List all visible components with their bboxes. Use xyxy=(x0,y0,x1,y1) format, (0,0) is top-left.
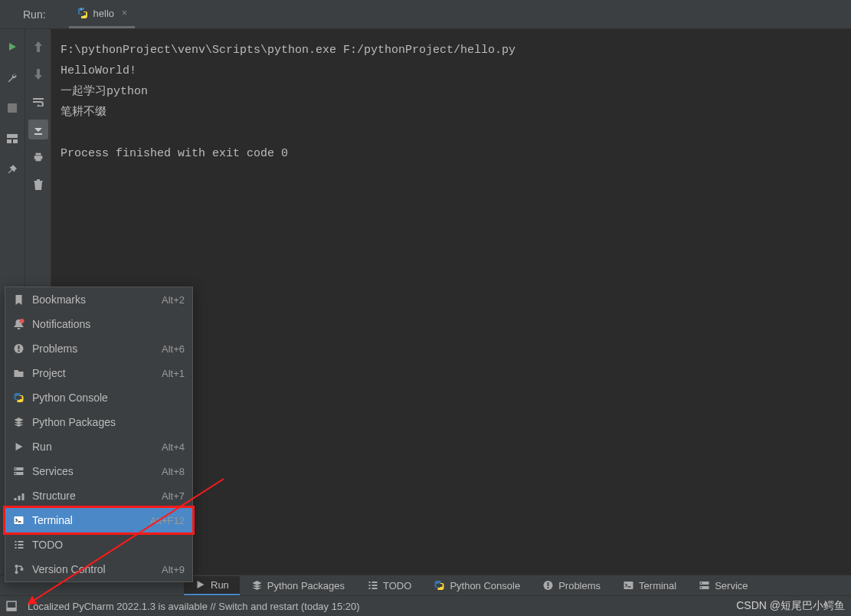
scroll-to-end-button[interactable] xyxy=(28,120,48,139)
popup-item-label: Structure xyxy=(32,490,76,502)
tool-window-todo[interactable]: TODO xyxy=(356,576,422,595)
svg-rect-24 xyxy=(624,582,633,589)
svg-point-20 xyxy=(21,568,24,571)
svg-rect-23 xyxy=(548,587,549,588)
tool-window-popup: BookmarksAlt+2NotificationsProblemsAlt+6… xyxy=(5,287,193,582)
popup-item-shortcut: Alt+6 xyxy=(162,343,185,355)
python-file-icon xyxy=(77,7,89,19)
layout-button[interactable] xyxy=(2,129,22,149)
terminal-icon xyxy=(623,580,634,591)
svg-rect-8 xyxy=(18,346,20,349)
svg-rect-9 xyxy=(18,350,20,352)
popup-item-label: Terminal xyxy=(32,514,73,526)
stack-icon xyxy=(13,417,25,428)
services-icon xyxy=(13,466,25,477)
soft-wrap-button[interactable] xyxy=(28,92,48,112)
popup-item-structure[interactable]: StructureAlt+7 xyxy=(5,483,192,508)
status-message[interactable]: Localized PyCharm 2022.1.3 is available … xyxy=(28,601,360,612)
popup-item-shortcut: Alt+4 xyxy=(162,441,185,453)
popup-item-run[interactable]: RunAlt+4 xyxy=(5,434,192,459)
pin-button[interactable] xyxy=(2,159,22,179)
svg-rect-30 xyxy=(7,608,16,611)
svg-point-19 xyxy=(15,571,18,574)
clear-button[interactable] xyxy=(28,175,48,195)
python-icon xyxy=(434,580,445,591)
svg-point-1 xyxy=(83,16,84,17)
tool-window-service[interactable]: Service xyxy=(688,576,758,595)
wrench-button[interactable] xyxy=(2,67,22,87)
svg-rect-16 xyxy=(22,493,25,500)
popup-item-todo[interactable]: TODO xyxy=(5,532,192,557)
popup-item-label: Python Packages xyxy=(32,416,116,428)
down-arrow-button[interactable] xyxy=(28,64,48,84)
tool-window-label: Python Packages xyxy=(267,580,345,591)
popup-item-shortcut: Alt+9 xyxy=(162,564,185,575)
print-button[interactable] xyxy=(28,147,48,167)
run-tabbar: Run: hello × xyxy=(0,0,851,29)
svg-rect-4 xyxy=(7,139,11,143)
popup-item-label: Bookmarks xyxy=(32,293,86,306)
close-tab-icon[interactable]: × xyxy=(122,8,127,18)
popup-item-services[interactable]: ServicesAlt+8 xyxy=(5,459,192,483)
play-icon xyxy=(195,579,206,590)
popup-item-label: Python Console xyxy=(32,392,108,404)
svg-point-27 xyxy=(701,582,702,584)
run-label: Run: xyxy=(23,8,46,21)
tool-window-label: Run xyxy=(211,579,229,591)
warning-icon xyxy=(542,580,554,591)
popup-item-label: Problems xyxy=(32,342,77,355)
svg-point-28 xyxy=(701,587,702,588)
tool-window-problems[interactable]: Problems xyxy=(532,576,611,595)
run-tab-hello[interactable]: hello × xyxy=(69,1,135,28)
popup-item-label: TODO xyxy=(32,539,63,551)
popup-item-python-console[interactable]: Python Console xyxy=(5,385,192,410)
todo-icon xyxy=(367,580,378,591)
folder-icon xyxy=(13,368,25,378)
rerun-button[interactable] xyxy=(2,37,22,57)
play-icon xyxy=(13,441,25,452)
popup-item-label: Run xyxy=(32,441,52,453)
popup-item-problems[interactable]: ProblemsAlt+6 xyxy=(5,336,192,361)
popup-item-shortcut: Alt+7 xyxy=(162,490,185,502)
popup-item-label: Version Control xyxy=(32,563,106,575)
tool-window-python-packages[interactable]: Python Packages xyxy=(241,576,355,595)
svg-point-12 xyxy=(15,468,17,470)
up-arrow-button[interactable] xyxy=(28,37,48,57)
services-icon xyxy=(699,580,710,591)
popup-item-shortcut: Alt+8 xyxy=(162,466,185,477)
tool-window-terminal[interactable]: Terminal xyxy=(612,576,687,595)
svg-rect-2 xyxy=(8,103,17,113)
svg-point-6 xyxy=(20,319,25,323)
svg-rect-17 xyxy=(15,516,24,524)
popup-item-bookmarks[interactable]: BookmarksAlt+2 xyxy=(5,287,192,312)
popup-item-shortcut: Alt+2 xyxy=(162,294,185,306)
vcs-icon xyxy=(13,564,25,575)
python-icon xyxy=(13,392,25,403)
popup-item-notifications[interactable]: Notifications xyxy=(5,312,192,336)
stop-button[interactable] xyxy=(2,98,22,118)
bookmark-icon xyxy=(13,294,25,305)
svg-rect-14 xyxy=(15,498,17,500)
popup-item-version-control[interactable]: Version ControlAlt+9 xyxy=(5,557,192,582)
tool-window-python-console[interactable]: Python Console xyxy=(423,576,531,595)
bell-icon xyxy=(13,319,25,329)
statusbar-tool-icon[interactable] xyxy=(6,601,17,611)
tool-window-label: Service xyxy=(715,580,748,591)
terminal-icon xyxy=(13,515,25,526)
popup-item-terminal[interactable]: TerminalAlt+F12 xyxy=(5,508,192,532)
popup-item-python-packages[interactable]: Python Packages xyxy=(5,410,192,434)
popup-item-label: Notifications xyxy=(32,318,90,330)
svg-point-0 xyxy=(80,8,81,9)
popup-item-label: Project xyxy=(32,367,66,379)
svg-rect-3 xyxy=(7,134,18,138)
warning-icon xyxy=(13,343,25,354)
svg-point-13 xyxy=(15,473,17,474)
svg-rect-5 xyxy=(13,139,18,143)
svg-point-18 xyxy=(15,565,18,568)
watermark: CSDN @短尾巴小鳄鱼 xyxy=(736,599,845,613)
status-bar: Localized PyCharm 2022.1.3 is available … xyxy=(0,595,851,616)
svg-rect-22 xyxy=(548,582,549,586)
popup-item-shortcut: Alt+F12 xyxy=(150,515,185,526)
tool-window-label: TODO xyxy=(383,580,411,591)
popup-item-project[interactable]: ProjectAlt+1 xyxy=(5,361,192,385)
